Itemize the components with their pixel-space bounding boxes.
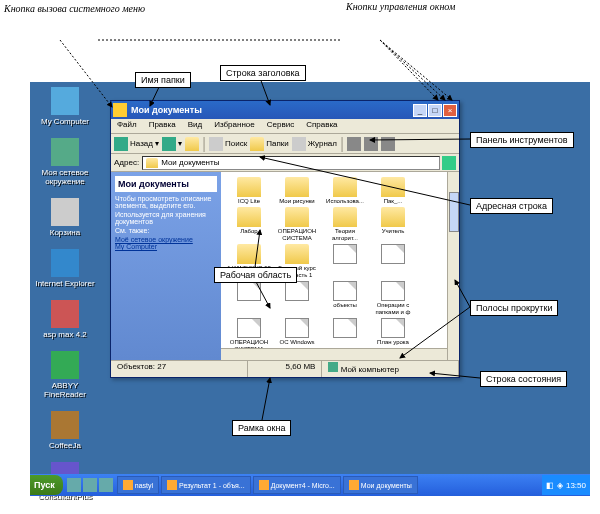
status-objects: Объектов: 27 xyxy=(111,361,248,377)
file-item[interactable]: Лабор xyxy=(226,207,272,242)
icon-label: CoffeeJa xyxy=(35,441,95,450)
go-button[interactable] xyxy=(442,156,456,170)
callout-titlebar: Строка заголовка xyxy=(220,65,306,81)
menu-item[interactable]: Сервис xyxy=(261,119,300,133)
horizontal-scrollbar[interactable] xyxy=(221,348,447,360)
desktop-icon[interactable]: My Computer xyxy=(35,87,95,126)
tray-icon[interactable]: ◧ xyxy=(546,481,554,490)
menu-item[interactable]: Избранное xyxy=(208,119,261,133)
scroll-thumb[interactable] xyxy=(449,192,459,232)
file-item[interactable] xyxy=(274,281,320,316)
desktop-icon[interactable]: Моя сетевое окружение xyxy=(35,138,95,186)
back-button[interactable]: Назад▾ xyxy=(114,137,159,151)
ql-icon[interactable] xyxy=(99,478,113,492)
address-bar: Адрес: Мои документы xyxy=(111,154,459,172)
taskbar-tasks: nastylРезультат 1 - объя...Документ4 - M… xyxy=(117,476,418,494)
ql-icon[interactable] xyxy=(83,478,97,492)
taskbar-button[interactable]: Мои документы xyxy=(343,476,418,494)
file-item[interactable]: Теория алгорит... xyxy=(322,207,368,242)
minimize-button[interactable]: _ xyxy=(413,104,427,117)
menu-item[interactable]: Файл xyxy=(111,119,143,133)
folders-button[interactable]: Папки xyxy=(250,137,289,151)
menu-item[interactable]: Правка xyxy=(143,119,182,133)
maximize-button[interactable]: □ xyxy=(428,104,442,117)
file-item[interactable]: Учитель xyxy=(370,207,416,242)
icon-image xyxy=(51,249,79,277)
desktop-icons: My ComputerМоя сетевое окружениеКорзинаI… xyxy=(35,87,95,513)
up-button[interactable] xyxy=(185,137,199,151)
desktop-icon[interactable]: asp max 4.2 xyxy=(35,300,95,339)
file-label: Операции с папками и ф xyxy=(370,302,416,316)
file-icon xyxy=(285,318,309,338)
icon-label: My Computer xyxy=(35,117,95,126)
desktop-icon[interactable]: Internet Explorer xyxy=(35,249,95,288)
anno-window-ctrl: Кнопки управления окном xyxy=(346,0,455,13)
file-icon xyxy=(381,318,405,338)
vertical-scrollbar[interactable] xyxy=(447,172,459,360)
taskbar-button[interactable]: nastyl xyxy=(117,476,159,494)
window-title: Мои документы xyxy=(131,105,412,115)
menu-item[interactable]: Вид xyxy=(182,119,208,133)
tool-icon[interactable] xyxy=(347,137,361,151)
addr-label: Адрес: xyxy=(114,158,139,167)
files-pane[interactable]: ICQ LiteМои рисункиИспользова...Пак_...Л… xyxy=(221,172,459,360)
tool-icon[interactable] xyxy=(381,137,395,151)
file-label: Пак_... xyxy=(370,198,416,205)
pane-link[interactable]: Моё сетевое окружение xyxy=(115,236,217,243)
computer-icon xyxy=(328,362,338,372)
file-item[interactable]: ICQ Lite xyxy=(226,177,272,205)
desktop-icon[interactable]: CoffeeJa xyxy=(35,411,95,450)
file-item[interactable]: объекты xyxy=(322,281,368,316)
icon-label: Моя сетевое окружение xyxy=(35,168,95,186)
anno-system-menu: Кнопка вызова системного меню xyxy=(4,2,145,15)
callout-addrbar: Адресная строка xyxy=(470,198,553,214)
close-button[interactable]: × xyxy=(443,104,457,117)
taskbar-button[interactable]: Результат 1 - объя... xyxy=(161,476,251,494)
file-item[interactable]: Использова... xyxy=(322,177,368,205)
icon-image xyxy=(51,411,79,439)
file-label: ICQ Lite xyxy=(226,198,272,205)
system-menu-icon[interactable] xyxy=(113,103,127,117)
task-icon xyxy=(123,480,133,490)
folder-icon xyxy=(333,177,357,197)
system-tray[interactable]: ◧ ◈ 13:50 xyxy=(542,475,590,495)
start-button[interactable]: Пуск xyxy=(30,475,63,495)
desktop-icon[interactable]: Корзина xyxy=(35,198,95,237)
ql-icon[interactable] xyxy=(67,478,81,492)
pane-text: Используется для хранения документов xyxy=(115,211,217,225)
tray-icon[interactable]: ◈ xyxy=(557,481,563,490)
folder-icon xyxy=(285,177,309,197)
taskbar-button[interactable]: Документ4 - Micro... xyxy=(253,476,341,494)
tool-icon[interactable] xyxy=(364,137,378,151)
file-label: Теория алгорит... xyxy=(322,228,368,242)
file-icon xyxy=(285,281,309,301)
history-button[interactable]: Журнал xyxy=(292,137,337,151)
file-item[interactable] xyxy=(226,281,272,316)
file-item[interactable] xyxy=(322,244,368,279)
file-item[interactable]: ОПЕРАЦИОН СИСТЕМА xyxy=(274,207,320,242)
address-field[interactable]: Мои документы xyxy=(142,156,440,170)
file-item[interactable]: Мои рисунки xyxy=(274,177,320,205)
folder-icon xyxy=(285,207,309,227)
file-item[interactable]: Операции с папками и ф xyxy=(370,281,416,316)
pane-link[interactable]: My Computer xyxy=(115,243,217,250)
icon-image xyxy=(51,351,79,379)
file-label: объекты xyxy=(322,302,368,309)
search-button[interactable]: Поиск xyxy=(209,137,247,151)
callout-scrollbars: Полосы прокрутки xyxy=(470,300,558,316)
callout-folder-name: Имя папки xyxy=(135,72,191,88)
titlebar[interactable]: Мои документы _ □ × xyxy=(111,101,459,119)
desktop-icon[interactable]: ABBYY FineReader xyxy=(35,351,95,399)
file-label: Учитель xyxy=(370,228,416,235)
forward-button[interactable]: ▾ xyxy=(162,137,182,151)
tasks-pane: Мои документы Чтобы просмотреть описание… xyxy=(111,172,221,360)
file-item[interactable] xyxy=(370,244,416,279)
icon-image xyxy=(51,300,79,328)
file-item[interactable]: Пак_... xyxy=(370,177,416,205)
pane-text: Чтобы просмотреть описание элемента, выд… xyxy=(115,195,217,209)
callout-toolbar: Панель инструментов xyxy=(470,132,574,148)
icon-image xyxy=(51,87,79,115)
file-icon xyxy=(333,318,357,338)
menu-item[interactable]: Справка xyxy=(300,119,343,133)
icon-label: Корзина xyxy=(35,228,95,237)
